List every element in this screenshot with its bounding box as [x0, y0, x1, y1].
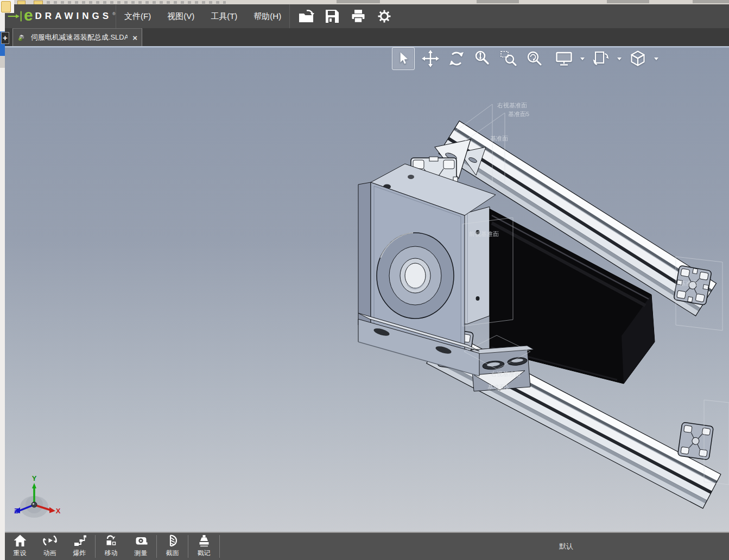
edrawings-logo: e DRAWINGS ®	[5, 6, 116, 27]
background-text-fragments	[47, 1, 226, 4]
zoom-area-tool-button[interactable]	[498, 47, 519, 70]
viewport[interactable]: Y X Z 右视基准面 基准面5 基准面 前视基准面 右视基准面 基准面5 基准…	[5, 46, 729, 532]
menu-view[interactable]: 视图(V)	[159, 4, 202, 28]
animation-icon	[43, 533, 57, 548]
zoom-area-icon	[499, 49, 518, 68]
button-label: 移动	[105, 549, 118, 558]
settings-button[interactable]	[371, 4, 397, 28]
button-label: 截面	[166, 549, 179, 558]
z-axis-label: Z	[14, 507, 18, 515]
move-button[interactable]: 移动	[96, 533, 126, 559]
menu-file[interactable]: 文件(F)	[116, 4, 159, 28]
cube-icon	[628, 49, 648, 68]
move-component-icon	[104, 533, 118, 548]
section-icon	[166, 533, 180, 548]
stamp-button[interactable]: 戳记	[189, 533, 219, 559]
tab-bar: + 伺服电机减速器装配总成.SLDASM ×	[5, 28, 729, 46]
print-button[interactable]	[345, 4, 371, 28]
select-arrow-icon	[394, 49, 413, 68]
background-tab-fragment	[477, 0, 519, 3]
button-label: 重设	[14, 549, 27, 558]
orientation-triad: Y X Z	[14, 474, 61, 518]
document-tab[interactable]: 伺服电机减速器装配总成.SLDASM ×	[12, 28, 142, 46]
logo-name: DRAWINGS	[35, 11, 112, 22]
section-button[interactable]: 截面	[157, 533, 187, 559]
new-tab-button[interactable]: +	[1, 32, 9, 44]
y-axis-arrow	[32, 483, 36, 488]
datum-annotation: 右视基准面	[497, 101, 527, 110]
background-folder-icon	[1, 1, 11, 12]
button-label: 动画	[43, 549, 56, 558]
explode-button[interactable]: 爆炸	[65, 533, 94, 559]
zoom-tool-button[interactable]	[472, 47, 493, 70]
views-sheet-icon	[591, 49, 611, 68]
open-icon	[298, 9, 314, 24]
tab-title: 伺服电机减速器装配总成.SLDASM	[31, 33, 128, 42]
pan-icon	[421, 49, 440, 68]
full-screen-button[interactable]	[554, 47, 574, 70]
toolbar-separator	[156, 535, 157, 558]
open-button[interactable]	[293, 4, 319, 28]
reset-button[interactable]: 重设	[5, 533, 35, 559]
animation-button[interactable]: 动画	[35, 533, 65, 559]
toolbar-separator	[188, 535, 188, 558]
explode-icon	[73, 533, 87, 548]
zoom-icon	[473, 49, 492, 68]
datum-annotation: 基准面5	[487, 383, 509, 391]
button-label: 戳记	[198, 549, 211, 558]
print-icon	[350, 9, 366, 24]
view-orientation-dropdown[interactable]	[654, 57, 659, 61]
y-axis-label: Y	[32, 474, 37, 482]
home-icon	[13, 533, 27, 548]
background-gray-block	[0, 56, 5, 68]
save-icon	[324, 8, 340, 24]
datum-annotation: 基准面	[490, 135, 508, 143]
zoom-fit-icon	[525, 49, 544, 68]
rotate-tool-button[interactable]	[446, 47, 467, 70]
toolbar-separator	[219, 535, 220, 558]
model-3d-view[interactable]: Y X Z	[5, 46, 729, 532]
save-button[interactable]	[319, 4, 345, 28]
zoom-fit-tool-button[interactable]	[524, 47, 545, 70]
chevron-down-icon	[654, 57, 659, 61]
background-window-top-strip	[0, 0, 729, 4]
button-label: 爆炸	[73, 549, 86, 558]
datum-annotation: 基准面	[680, 279, 698, 288]
titlebar-separator	[289, 4, 290, 28]
logo-e: e	[24, 6, 33, 24]
pan-tool-button[interactable]	[420, 47, 441, 70]
datum-annotation: 右视基准面	[491, 370, 521, 378]
menu-help[interactable]: 帮助(H)	[245, 4, 289, 28]
model-views-button[interactable]	[591, 47, 611, 70]
background-tab-fragment	[693, 0, 729, 3]
full-screen-dropdown[interactable]	[580, 57, 585, 61]
title-bar: e DRAWINGS ® 文件(F) 视图(V) 工具(T) 帮助(H)	[5, 4, 729, 29]
configuration-label: 默认	[559, 542, 573, 551]
chevron-down-icon	[617, 57, 622, 61]
rotate-icon	[447, 49, 466, 68]
stamp-icon	[197, 533, 211, 548]
menu-bar: 文件(F) 视图(V) 工具(T) 帮助(H)	[116, 4, 289, 28]
edrawings-window: e DRAWINGS ® 文件(F) 视图(V) 工具(T) 帮助(H)	[5, 4, 729, 560]
x-axis-label: X	[56, 507, 61, 515]
x-axis-arrow	[49, 507, 55, 513]
assembly-icon	[17, 33, 27, 42]
chevron-down-icon	[580, 57, 585, 61]
view-orientation-button[interactable]	[627, 47, 648, 70]
gear-icon	[376, 8, 392, 24]
background-tab-fragment	[607, 0, 649, 3]
model-views-dropdown[interactable]	[617, 57, 622, 61]
gearbox-flange[interactable]	[377, 233, 454, 319]
measure-button[interactable]: 测量	[126, 533, 156, 559]
datum-annotation: 前视基准面	[469, 230, 499, 238]
select-tool-button[interactable]	[392, 47, 415, 70]
toolbar-separator	[95, 535, 96, 558]
view-toolbar	[392, 47, 659, 70]
button-label: 测量	[135, 549, 148, 558]
tab-close-icon[interactable]: ×	[132, 33, 137, 42]
bottom-toolbar: 重设 动画 爆炸	[5, 532, 729, 560]
background-corner	[0, 0, 14, 13]
rail-end-profile	[677, 422, 713, 460]
menu-tools[interactable]: 工具(T)	[202, 4, 245, 28]
monitor-icon	[554, 49, 574, 68]
